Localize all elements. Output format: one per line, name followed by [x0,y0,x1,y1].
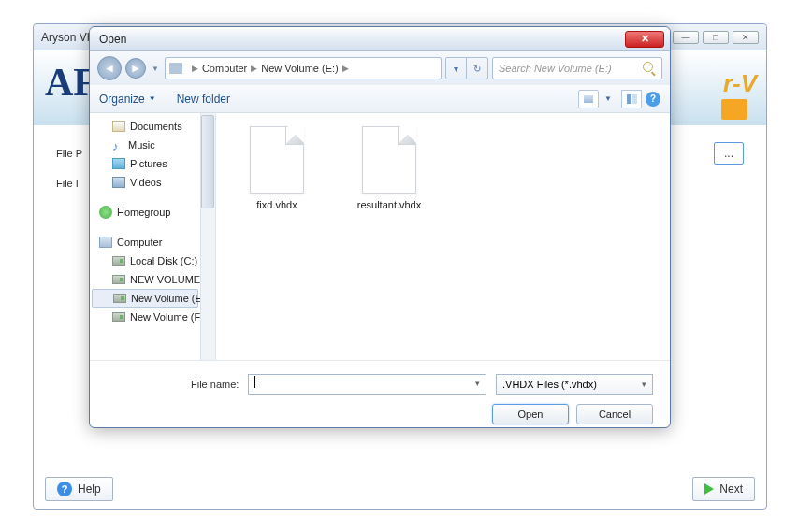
minimize-button[interactable]: — [673,31,699,44]
open-button[interactable]: Open [492,404,569,424]
help-button[interactable]: ? Help [45,477,113,501]
next-button[interactable]: Next [692,477,755,501]
preview-pane-button[interactable] [621,90,642,108]
dialog-titlebar: Open ✕ [90,27,670,51]
cancel-button[interactable]: Cancel [576,404,653,424]
breadcrumb[interactable]: ▶ Computer ▶ New Volume (E:) ▶ [165,57,442,79]
chevron-right-icon: ▶ [342,64,349,73]
file-name-label: File name: [191,379,239,390]
drive-icon [113,294,126,303]
file-name: resultant.vhdx [357,199,421,210]
organize-label: Organize [99,93,145,106]
nav-back-button[interactable]: ◄ [97,56,122,80]
help-label: Help [78,482,101,496]
tree-new-volume-e[interactable]: New Volume (E:) [92,289,198,308]
file-item[interactable]: resultant.vhdx [347,126,431,210]
banner-right-text: r-V [723,69,757,98]
arrow-right-icon [704,483,714,495]
file-icon [362,126,416,194]
tree-local-disk-c[interactable]: Local Disk (C:) [90,252,215,270]
search-icon [643,62,656,75]
browse-button[interactable]: ... [714,142,744,165]
new-folder-label: New folder [177,93,230,106]
banner-icon [721,99,747,120]
tree-documents[interactable]: Documents [90,117,215,136]
refresh-button[interactable]: ▾ ↻ [445,57,488,79]
open-dialog: Open ✕ ◄ ► ▼ ▶ Computer ▶ New Volume (E:… [89,26,671,428]
maximize-button[interactable]: □ [703,31,729,44]
drive-icon [169,63,182,74]
drive-icon [112,312,125,322]
help-icon: ? [57,482,72,496]
chevron-down-icon: ▼ [149,94,156,103]
music-icon [112,139,123,151]
homegroup-icon [99,206,112,219]
view-mode-button[interactable] [578,90,599,108]
tree-pictures[interactable]: Pictures [90,154,215,173]
nav-tree: Documents Music Pictures Videos Homegrou… [90,113,216,360]
videos-icon [112,177,125,188]
nav-history-dropdown[interactable]: ▼ [152,65,159,73]
tree-homegroup[interactable]: Homegroup [90,203,215,222]
chevron-right-icon: ▶ [251,64,257,73]
dialog-title: Open [99,33,625,46]
tree-new-volume-d[interactable]: NEW VOLUME (D [90,270,215,289]
computer-icon [99,237,112,248]
file-list[interactable]: fixd.vhdx resultant.vhdx [216,113,670,360]
documents-icon [112,121,125,132]
file-name-input[interactable] [248,374,486,395]
drive-icon [112,275,125,284]
drive-icon [112,256,125,266]
chevron-right-icon: ▶ [192,64,198,73]
tree-new-volume-f[interactable]: New Volume (F:) [90,308,215,326]
organize-menu[interactable]: Organize ▼ [99,93,156,106]
search-input[interactable]: Search New Volume (E:) [492,57,662,79]
dialog-close-button[interactable]: ✕ [625,31,664,48]
tree-scrollbar[interactable] [200,113,215,360]
search-placeholder: Search New Volume (E:) [499,63,643,74]
pictures-icon [112,158,125,169]
nav-bar: ◄ ► ▼ ▶ Computer ▶ New Volume (E:) ▶ ▾ ↻… [90,51,670,85]
toolbar: Organize ▼ New folder ▼ ? [90,85,670,113]
breadcrumb-volume[interactable]: New Volume (E:) [261,63,339,74]
file-type-filter[interactable]: .VHDX Files (*.vhdx) [496,374,653,395]
close-button[interactable]: ✕ [733,31,759,44]
tree-computer[interactable]: Computer [90,233,215,252]
file-icon [250,126,304,194]
tree-music[interactable]: Music [90,136,215,154]
next-label: Next [719,482,743,496]
new-folder-button[interactable]: New folder [177,93,230,106]
refresh-icon: ↻ [467,58,487,79]
tree-videos[interactable]: Videos [90,173,215,192]
scrollbar-thumb[interactable] [201,115,214,208]
help-icon[interactable]: ? [646,92,660,107]
breadcrumb-computer[interactable]: Computer [202,63,247,74]
file-name: fixd.vhdx [256,199,297,210]
file-item[interactable]: fixd.vhdx [235,126,319,210]
chevron-down-icon: ▾ [446,58,467,79]
chevron-down-icon[interactable]: ▼ [604,94,612,103]
nav-forward-button[interactable]: ► [125,58,146,79]
